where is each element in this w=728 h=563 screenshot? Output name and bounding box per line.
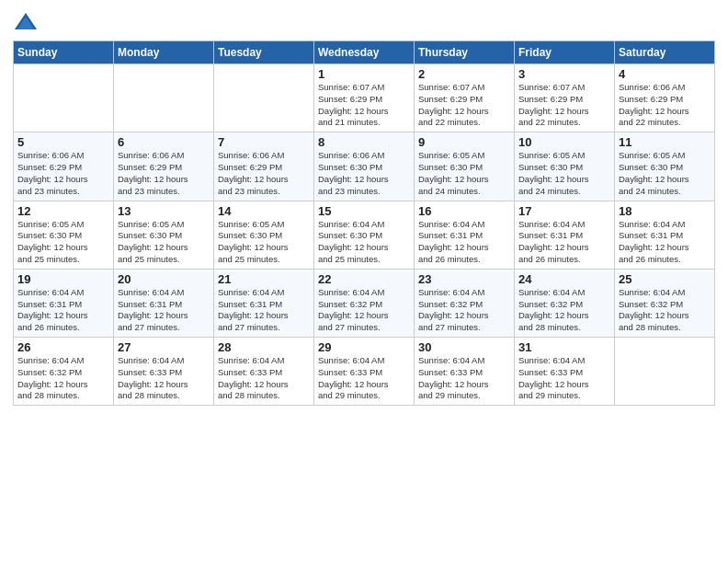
day-info: Sunrise: 6:05 AMSunset: 6:30 PMDaylight:…: [17, 219, 109, 266]
day-number: 8: [318, 135, 410, 149]
logo-icon: [13, 9, 39, 35]
calendar-cell: 29Sunrise: 6:04 AMSunset: 6:33 PMDayligh…: [314, 338, 415, 406]
day-info: Sunrise: 6:04 AMSunset: 6:33 PMDaylight:…: [518, 355, 610, 402]
day-number: 20: [118, 272, 210, 286]
calendar-cell: [615, 338, 715, 406]
calendar-cell: 13Sunrise: 6:05 AMSunset: 6:30 PMDayligh…: [114, 201, 214, 269]
calendar-cell: 2Sunrise: 6:07 AMSunset: 6:29 PMDaylight…: [415, 64, 515, 132]
day-number: 6: [118, 135, 210, 149]
day-number: 18: [619, 204, 711, 218]
weekday-header-thursday: Thursday: [415, 41, 515, 64]
day-info: Sunrise: 6:04 AMSunset: 6:31 PMDaylight:…: [518, 219, 610, 266]
logo: [13, 9, 42, 35]
calendar-cell: 30Sunrise: 6:04 AMSunset: 6:33 PMDayligh…: [415, 338, 515, 406]
day-number: 21: [218, 272, 310, 286]
calendar-cell: 11Sunrise: 6:05 AMSunset: 6:30 PMDayligh…: [615, 132, 715, 201]
day-info: Sunrise: 6:04 AMSunset: 6:31 PMDaylight:…: [118, 287, 210, 334]
day-number: 31: [518, 340, 610, 354]
day-info: Sunrise: 6:04 AMSunset: 6:33 PMDaylight:…: [418, 355, 510, 402]
weekday-header-monday: Monday: [114, 41, 214, 64]
day-info: Sunrise: 6:06 AMSunset: 6:30 PMDaylight:…: [318, 150, 410, 197]
day-info: Sunrise: 6:04 AMSunset: 6:31 PMDaylight:…: [619, 219, 711, 266]
calendar-cell: 12Sunrise: 6:05 AMSunset: 6:30 PMDayligh…: [14, 201, 114, 269]
weekday-header-saturday: Saturday: [615, 41, 715, 64]
calendar-cell: 21Sunrise: 6:04 AMSunset: 6:31 PMDayligh…: [214, 269, 314, 337]
calendar-cell: 19Sunrise: 6:04 AMSunset: 6:31 PMDayligh…: [14, 269, 114, 337]
day-number: 15: [318, 204, 410, 218]
calendar-cell: 14Sunrise: 6:05 AMSunset: 6:30 PMDayligh…: [214, 201, 314, 269]
weekday-header-wednesday: Wednesday: [314, 41, 415, 64]
day-number: 29: [318, 340, 410, 354]
day-number: 25: [619, 272, 711, 286]
day-info: Sunrise: 6:05 AMSunset: 6:30 PMDaylight:…: [218, 219, 310, 266]
day-info: Sunrise: 6:06 AMSunset: 6:29 PMDaylight:…: [619, 82, 711, 129]
calendar-cell: [14, 64, 114, 132]
calendar-cell: 15Sunrise: 6:04 AMSunset: 6:30 PMDayligh…: [314, 201, 415, 269]
week-row-3: 12Sunrise: 6:05 AMSunset: 6:30 PMDayligh…: [14, 201, 715, 269]
page: SundayMondayTuesdayWednesdayThursdayFrid…: [0, 0, 728, 563]
day-number: 26: [17, 340, 109, 354]
day-number: 11: [619, 135, 711, 149]
day-info: Sunrise: 6:04 AMSunset: 6:31 PMDaylight:…: [218, 287, 310, 334]
calendar-table: SundayMondayTuesdayWednesdayThursdayFrid…: [13, 40, 715, 406]
calendar-cell: 27Sunrise: 6:04 AMSunset: 6:33 PMDayligh…: [114, 338, 214, 406]
calendar-cell: 3Sunrise: 6:07 AMSunset: 6:29 PMDaylight…: [515, 64, 615, 132]
weekday-header-row: SundayMondayTuesdayWednesdayThursdayFrid…: [14, 41, 715, 64]
weekday-header-tuesday: Tuesday: [214, 41, 314, 64]
day-number: 1: [318, 67, 410, 81]
day-number: 9: [418, 135, 510, 149]
day-number: 16: [418, 204, 510, 218]
day-number: 27: [118, 340, 210, 354]
day-info: Sunrise: 6:06 AMSunset: 6:29 PMDaylight:…: [218, 150, 310, 197]
day-info: Sunrise: 6:07 AMSunset: 6:29 PMDaylight:…: [318, 82, 410, 129]
calendar-cell: 26Sunrise: 6:04 AMSunset: 6:32 PMDayligh…: [14, 338, 114, 406]
day-info: Sunrise: 6:04 AMSunset: 6:31 PMDaylight:…: [17, 287, 109, 334]
day-number: 10: [518, 135, 610, 149]
day-number: 4: [619, 67, 711, 81]
calendar-cell: 7Sunrise: 6:06 AMSunset: 6:29 PMDaylight…: [214, 132, 314, 201]
calendar-cell: 10Sunrise: 6:05 AMSunset: 6:30 PMDayligh…: [515, 132, 615, 201]
weekday-header-sunday: Sunday: [14, 41, 114, 64]
day-info: Sunrise: 6:04 AMSunset: 6:32 PMDaylight:…: [518, 287, 610, 334]
calendar-cell: 16Sunrise: 6:04 AMSunset: 6:31 PMDayligh…: [415, 201, 515, 269]
day-info: Sunrise: 6:05 AMSunset: 6:30 PMDaylight:…: [418, 150, 510, 197]
calendar-cell: 31Sunrise: 6:04 AMSunset: 6:33 PMDayligh…: [515, 338, 615, 406]
day-info: Sunrise: 6:07 AMSunset: 6:29 PMDaylight:…: [418, 82, 510, 129]
day-number: 12: [17, 204, 109, 218]
day-number: 5: [17, 135, 109, 149]
day-info: Sunrise: 6:04 AMSunset: 6:32 PMDaylight:…: [418, 287, 510, 334]
day-info: Sunrise: 6:07 AMSunset: 6:29 PMDaylight:…: [518, 82, 610, 129]
day-info: Sunrise: 6:04 AMSunset: 6:33 PMDaylight:…: [318, 355, 410, 402]
calendar-cell: [114, 64, 214, 132]
day-number: 17: [518, 204, 610, 218]
calendar-cell: 23Sunrise: 6:04 AMSunset: 6:32 PMDayligh…: [415, 269, 515, 337]
calendar-cell: 8Sunrise: 6:06 AMSunset: 6:30 PMDaylight…: [314, 132, 415, 201]
day-info: Sunrise: 6:04 AMSunset: 6:30 PMDaylight:…: [318, 219, 410, 266]
calendar-cell: 5Sunrise: 6:06 AMSunset: 6:29 PMDaylight…: [14, 132, 114, 201]
day-number: 2: [418, 67, 510, 81]
day-info: Sunrise: 6:04 AMSunset: 6:32 PMDaylight:…: [318, 287, 410, 334]
day-info: Sunrise: 6:06 AMSunset: 6:29 PMDaylight:…: [17, 150, 109, 197]
day-number: 13: [118, 204, 210, 218]
calendar-cell: 20Sunrise: 6:04 AMSunset: 6:31 PMDayligh…: [114, 269, 214, 337]
calendar-cell: 6Sunrise: 6:06 AMSunset: 6:29 PMDaylight…: [114, 132, 214, 201]
day-info: Sunrise: 6:04 AMSunset: 6:33 PMDaylight:…: [218, 355, 310, 402]
day-info: Sunrise: 6:05 AMSunset: 6:30 PMDaylight:…: [518, 150, 610, 197]
day-number: 7: [218, 135, 310, 149]
day-info: Sunrise: 6:04 AMSunset: 6:32 PMDaylight:…: [619, 287, 711, 334]
week-row-4: 19Sunrise: 6:04 AMSunset: 6:31 PMDayligh…: [14, 269, 715, 337]
day-number: 22: [318, 272, 410, 286]
week-row-1: 1Sunrise: 6:07 AMSunset: 6:29 PMDaylight…: [14, 64, 715, 132]
day-number: 14: [218, 204, 310, 218]
calendar-cell: 1Sunrise: 6:07 AMSunset: 6:29 PMDaylight…: [314, 64, 415, 132]
week-row-2: 5Sunrise: 6:06 AMSunset: 6:29 PMDaylight…: [14, 132, 715, 201]
day-number: 28: [218, 340, 310, 354]
weekday-header-friday: Friday: [515, 41, 615, 64]
day-info: Sunrise: 6:04 AMSunset: 6:33 PMDaylight:…: [118, 355, 210, 402]
day-number: 30: [418, 340, 510, 354]
day-info: Sunrise: 6:04 AMSunset: 6:32 PMDaylight:…: [17, 355, 109, 402]
calendar-cell: 28Sunrise: 6:04 AMSunset: 6:33 PMDayligh…: [214, 338, 314, 406]
day-number: 24: [518, 272, 610, 286]
day-number: 3: [518, 67, 610, 81]
calendar-cell: 9Sunrise: 6:05 AMSunset: 6:30 PMDaylight…: [415, 132, 515, 201]
